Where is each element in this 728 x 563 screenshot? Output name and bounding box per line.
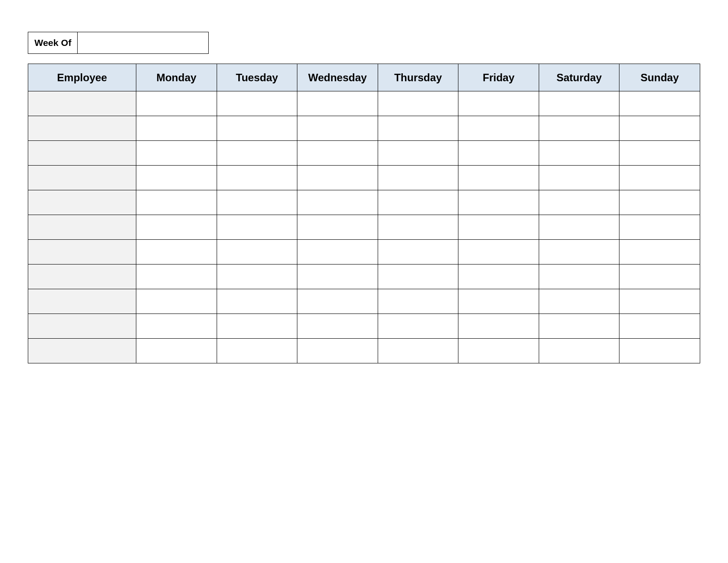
schedule-cell[interactable] <box>619 339 700 363</box>
schedule-cell[interactable] <box>378 240 458 264</box>
schedule-cell[interactable] <box>619 215 700 240</box>
schedule-cell[interactable] <box>539 314 619 339</box>
schedule-cell[interactable] <box>539 339 619 363</box>
schedule-cell[interactable] <box>378 264 458 289</box>
schedule-cell[interactable] <box>136 215 217 240</box>
schedule-cell[interactable] <box>458 190 539 215</box>
employee-cell[interactable] <box>28 240 136 264</box>
schedule-cell[interactable] <box>217 190 297 215</box>
schedule-cell[interactable] <box>297 264 378 289</box>
schedule-cell[interactable] <box>136 116 217 141</box>
schedule-cell[interactable] <box>217 166 297 190</box>
schedule-cell[interactable] <box>297 190 378 215</box>
schedule-cell[interactable] <box>619 166 700 190</box>
schedule-cell[interactable] <box>619 91 700 116</box>
schedule-cell[interactable] <box>378 190 458 215</box>
schedule-cell[interactable] <box>619 116 700 141</box>
schedule-cell[interactable] <box>136 91 217 116</box>
schedule-cell[interactable] <box>378 289 458 314</box>
schedule-cell[interactable] <box>619 264 700 289</box>
schedule-cell[interactable] <box>378 166 458 190</box>
schedule-cell[interactable] <box>217 240 297 264</box>
schedule-cell[interactable] <box>297 91 378 116</box>
table-row <box>28 166 700 190</box>
table-row <box>28 339 700 363</box>
schedule-cell[interactable] <box>378 215 458 240</box>
schedule-cell[interactable] <box>539 166 619 190</box>
schedule-cell[interactable] <box>458 116 539 141</box>
schedule-cell[interactable] <box>136 240 217 264</box>
schedule-cell[interactable] <box>297 339 378 363</box>
employee-cell[interactable] <box>28 289 136 314</box>
schedule-cell[interactable] <box>378 91 458 116</box>
schedule-cell[interactable] <box>539 141 619 166</box>
header-sunday: Sunday <box>619 64 700 91</box>
header-monday: Monday <box>136 64 217 91</box>
schedule-cell[interactable] <box>458 289 539 314</box>
header-wednesday: Wednesday <box>297 64 378 91</box>
schedule-cell[interactable] <box>458 166 539 190</box>
schedule-cell[interactable] <box>378 339 458 363</box>
table-row <box>28 190 700 215</box>
schedule-cell[interactable] <box>378 314 458 339</box>
schedule-cell[interactable] <box>297 141 378 166</box>
table-row <box>28 240 700 264</box>
employee-cell[interactable] <box>28 339 136 363</box>
schedule-cell[interactable] <box>458 141 539 166</box>
schedule-cell[interactable] <box>297 289 378 314</box>
schedule-cell[interactable] <box>136 141 217 166</box>
schedule-cell[interactable] <box>458 314 539 339</box>
schedule-cell[interactable] <box>619 240 700 264</box>
schedule-cell[interactable] <box>458 339 539 363</box>
week-of-box: Week Of <box>28 32 209 54</box>
schedule-cell[interactable] <box>136 314 217 339</box>
schedule-cell[interactable] <box>136 289 217 314</box>
employee-cell[interactable] <box>28 116 136 141</box>
schedule-cell[interactable] <box>539 240 619 264</box>
schedule-cell[interactable] <box>136 190 217 215</box>
schedule-cell[interactable] <box>539 264 619 289</box>
schedule-cell[interactable] <box>458 215 539 240</box>
schedule-cell[interactable] <box>619 314 700 339</box>
schedule-cell[interactable] <box>539 215 619 240</box>
schedule-cell[interactable] <box>217 264 297 289</box>
schedule-cell[interactable] <box>136 339 217 363</box>
schedule-cell[interactable] <box>297 314 378 339</box>
employee-cell[interactable] <box>28 91 136 116</box>
schedule-cell[interactable] <box>619 190 700 215</box>
schedule-cell[interactable] <box>297 215 378 240</box>
schedule-cell[interactable] <box>378 141 458 166</box>
schedule-cell[interactable] <box>458 264 539 289</box>
schedule-cell[interactable] <box>136 166 217 190</box>
schedule-cell[interactable] <box>539 91 619 116</box>
schedule-cell[interactable] <box>217 215 297 240</box>
schedule-cell[interactable] <box>539 289 619 314</box>
schedule-cell[interactable] <box>297 116 378 141</box>
schedule-cell[interactable] <box>217 339 297 363</box>
employee-cell[interactable] <box>28 264 136 289</box>
schedule-cell[interactable] <box>217 314 297 339</box>
schedule-cell[interactable] <box>217 141 297 166</box>
header-employee: Employee <box>28 64 136 91</box>
schedule-cell[interactable] <box>619 141 700 166</box>
employee-cell[interactable] <box>28 215 136 240</box>
schedule-cell[interactable] <box>217 289 297 314</box>
table-row <box>28 91 700 116</box>
schedule-cell[interactable] <box>136 264 217 289</box>
schedule-cell[interactable] <box>297 240 378 264</box>
schedule-cell[interactable] <box>217 116 297 141</box>
employee-cell[interactable] <box>28 190 136 215</box>
employee-cell[interactable] <box>28 166 136 190</box>
schedule-cell[interactable] <box>458 91 539 116</box>
schedule-cell[interactable] <box>539 190 619 215</box>
schedule-cell[interactable] <box>378 116 458 141</box>
schedule-cell[interactable] <box>619 289 700 314</box>
employee-cell[interactable] <box>28 314 136 339</box>
employee-cell[interactable] <box>28 141 136 166</box>
header-saturday: Saturday <box>539 64 619 91</box>
schedule-cell[interactable] <box>539 116 619 141</box>
schedule-cell[interactable] <box>458 240 539 264</box>
schedule-cell[interactable] <box>297 166 378 190</box>
schedule-cell[interactable] <box>217 91 297 116</box>
week-of-value[interactable] <box>78 32 208 53</box>
